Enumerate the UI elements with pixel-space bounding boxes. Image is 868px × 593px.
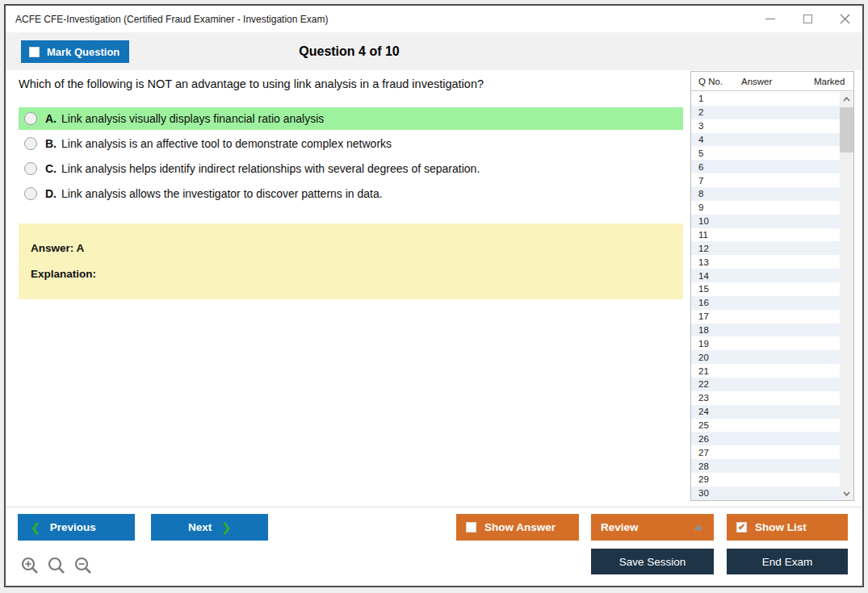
list-item[interactable]: 16	[691, 296, 840, 310]
list-item[interactable]: 13	[691, 255, 840, 269]
maximize-icon	[803, 15, 812, 23]
list-item[interactable]: 19	[691, 336, 840, 350]
list-item[interactable]: 28	[691, 459, 840, 473]
list-item-number: 7	[691, 176, 741, 186]
list-item[interactable]: 29	[691, 473, 840, 487]
list-item[interactable]: 17	[691, 310, 840, 324]
list-item[interactable]: 9	[691, 201, 840, 215]
list-item-number: 2	[691, 107, 741, 117]
list-item[interactable]: 1	[691, 92, 840, 106]
list-item-number: 13	[691, 257, 741, 267]
list-item[interactable]: 5	[691, 146, 840, 160]
list-item[interactable]: 20	[691, 350, 840, 364]
save-session-button[interactable]: Save Session	[591, 549, 714, 574]
list-item[interactable]: 22	[691, 378, 840, 391]
list-item-number: 29	[691, 474, 741, 484]
list-item-number: 8	[691, 189, 741, 198]
option-a[interactable]: A. Link analysis visually displays finan…	[19, 107, 683, 130]
list-item[interactable]: 3	[691, 119, 840, 133]
show-list-label: Show List	[755, 521, 807, 533]
list-item[interactable]: 8	[691, 187, 840, 201]
save-session-label: Save Session	[619, 556, 686, 568]
option-d-radio[interactable]	[24, 187, 37, 200]
option-a-radio[interactable]	[24, 112, 37, 125]
app-window: ACFE CFE-Investigation (Certified Fraud …	[4, 4, 864, 587]
list-item[interactable]: 2	[691, 106, 840, 119]
option-d[interactable]: D. Link analysis allows the investigator…	[19, 182, 683, 205]
list-item[interactable]: 26	[691, 432, 840, 445]
show-list-checkbox[interactable]: ✔	[736, 522, 747, 532]
end-exam-button[interactable]: End Exam	[727, 549, 848, 574]
show-answer-label: Show Answer	[484, 521, 556, 533]
option-letter: D.	[45, 187, 57, 200]
option-letter: C.	[45, 162, 57, 175]
question-list-scrollbar[interactable]	[840, 92, 853, 500]
list-item[interactable]: 18	[691, 324, 840, 337]
list-item[interactable]: 6	[691, 160, 840, 173]
minimize-button[interactable]	[764, 13, 777, 26]
list-item-number: 18	[691, 325, 741, 335]
option-c-radio[interactable]	[24, 162, 37, 175]
chevron-left-icon: ❮	[31, 521, 40, 534]
option-c[interactable]: C. Link analysis helps identify indirect…	[19, 157, 683, 180]
show-list-button[interactable]: ✔ Show List	[727, 514, 848, 541]
list-item-number: 4	[691, 135, 741, 144]
header-band: Mark Question Question 4 of 10	[6, 32, 862, 70]
previous-button[interactable]: ❮ Previous	[18, 514, 135, 541]
list-item[interactable]: 11	[691, 228, 840, 242]
question-list-body: 1234567891011121314151617181920212223242…	[691, 92, 853, 500]
list-item-number: 6	[691, 162, 741, 172]
list-item[interactable]: 30	[691, 487, 840, 500]
list-item-number: 11	[691, 230, 741, 240]
maximize-button[interactable]	[801, 13, 814, 26]
list-item[interactable]: 24	[691, 405, 840, 419]
list-item-number: 19	[691, 339, 741, 349]
zoom-in-icon[interactable]	[20, 556, 40, 575]
list-item[interactable]: 14	[691, 269, 840, 282]
close-button[interactable]	[838, 13, 851, 26]
scrollbar-thumb[interactable]	[840, 107, 853, 152]
list-item[interactable]: 15	[691, 282, 840, 296]
list-item[interactable]: 7	[691, 173, 840, 187]
option-text: Link analysis visually displays financia…	[61, 112, 324, 125]
list-item-number: 5	[691, 148, 741, 158]
column-marked: Marked	[796, 77, 853, 86]
list-item-number: 3	[691, 121, 741, 131]
scroll-up-icon[interactable]	[840, 92, 853, 106]
list-item[interactable]: 23	[691, 391, 840, 405]
list-item-number: 14	[691, 271, 741, 281]
end-exam-label: End Exam	[762, 556, 812, 568]
option-b-radio[interactable]	[24, 137, 37, 150]
list-item-number: 12	[691, 244, 741, 253]
scroll-down-icon[interactable]	[840, 487, 853, 500]
titlebar: ACFE CFE-Investigation (Certified Fraud …	[6, 6, 862, 32]
next-button[interactable]: Next ❯	[151, 514, 268, 541]
option-letter: A.	[45, 112, 57, 125]
question-list-header: Q No. Answer Marked	[691, 72, 853, 91]
option-text: Link analysis allows the investigator to…	[61, 187, 383, 200]
list-item-number: 22	[691, 379, 741, 389]
review-dropdown-button[interactable]: Review	[591, 514, 714, 541]
list-item-number: 21	[691, 366, 741, 376]
list-item[interactable]: 10	[691, 215, 840, 228]
option-b[interactable]: B. Link analysis is an affective tool to…	[19, 132, 683, 155]
window-controls	[764, 6, 851, 32]
zoom-toolbar	[20, 556, 93, 575]
question-list-rows: 1234567891011121314151617181920212223242…	[691, 92, 840, 500]
options-list: A. Link analysis visually displays finan…	[19, 107, 683, 207]
zoom-out-icon[interactable]	[73, 556, 93, 575]
list-item[interactable]: 27	[691, 445, 840, 459]
show-answer-button[interactable]: Show Answer	[456, 514, 579, 541]
option-letter: B.	[45, 137, 57, 150]
triangle-up-icon	[694, 524, 703, 530]
option-text: Link analysis helps identify indirect re…	[61, 162, 480, 175]
option-text: Link analysis is an affective tool to de…	[61, 137, 392, 150]
list-item-number: 25	[691, 420, 741, 430]
list-item[interactable]: 12	[691, 241, 840, 255]
list-item[interactable]: 4	[691, 133, 840, 147]
search-icon[interactable]	[47, 556, 66, 575]
list-item[interactable]: 25	[691, 419, 840, 432]
show-answer-checkbox[interactable]	[466, 522, 476, 532]
window-title: ACFE CFE-Investigation (Certified Fraud …	[6, 14, 328, 25]
list-item[interactable]: 21	[691, 364, 840, 378]
